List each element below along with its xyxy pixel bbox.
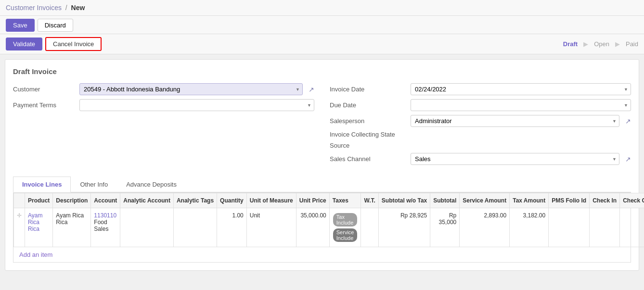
status-arrow-1: ▶ (583, 40, 588, 48)
salesperson-external-link[interactable]: ↗ (625, 117, 631, 125)
tab-other-info[interactable]: Other Info (71, 177, 117, 192)
sales-channel-external-link[interactable]: ↗ (625, 155, 631, 163)
row-analytic-tags[interactable] (173, 208, 217, 247)
invoice-date-label: Invoice Date (330, 86, 407, 93)
row-description[interactable]: Ayam Rica Rica (53, 208, 91, 247)
status-paid: Paid (626, 40, 638, 48)
row-subtotal: Rp 35,000 (430, 208, 460, 247)
th-unit-of-measure: Unit of Measure (246, 193, 296, 208)
top-actions: Save Discard (6, 19, 73, 32)
row-check-in[interactable] (590, 208, 620, 247)
discard-button[interactable]: Discard (38, 19, 73, 32)
payment-terms-label: Payment Terms (13, 101, 76, 109)
th-product: Product (25, 193, 53, 208)
form-title: Draft Invoice (13, 67, 631, 76)
tabs-container: Invoice Lines Other Info Advance Deposit… (13, 177, 631, 263)
th-taxes: Taxes (329, 193, 361, 208)
th-description: Description (53, 193, 91, 208)
breadcrumb-separator: / (65, 4, 67, 12)
form-left: Customer 20549 - Abbott Indonesia Bandun… (13, 83, 314, 169)
status-draft: Draft (563, 40, 578, 48)
sales-channel-label: Sales Channel (330, 155, 407, 163)
due-date-select[interactable] (411, 99, 631, 111)
breadcrumb-parent[interactable]: Customer Invoices (6, 4, 62, 12)
customer-label: Customer (13, 86, 76, 93)
row-check-out[interactable] (620, 208, 644, 247)
source-label: Source (330, 142, 407, 149)
invoice-date-row: Invoice Date 02/24/2022 (330, 83, 631, 95)
row-account-code: 1130110 (94, 212, 117, 219)
row-account-name: Food Sales (94, 219, 117, 232)
th-pms-folio-id: PMS Folio Id (549, 193, 590, 208)
form-right: Invoice Date 02/24/2022 Due Date Salespe… (330, 83, 631, 169)
add-item-link[interactable]: Add an item (13, 247, 58, 262)
th-drag (14, 193, 25, 208)
sales-channel-wrapper: Sales (411, 153, 619, 165)
due-date-wrapper (411, 99, 631, 111)
row-subtotal-wo-tax: Rp 28,925 (378, 208, 430, 247)
tabs: Invoice Lines Other Info Advance Deposit… (13, 177, 631, 192)
row-taxes[interactable]: Tax Include Service Include (329, 208, 361, 247)
th-check-out: Check Out (620, 193, 644, 208)
breadcrumb: Customer Invoices / New (6, 4, 85, 12)
status-arrow-2: ▶ (615, 40, 620, 48)
badge-service-include: Service Include (333, 228, 358, 242)
workflow-actions: Validate Cancel Invoice (6, 37, 102, 51)
payment-terms-row: Payment Terms (13, 99, 314, 111)
due-date-label: Due Date (330, 101, 407, 109)
row-pms-folio-id[interactable] (549, 208, 590, 247)
row-unit-of-measure[interactable]: Unit (246, 208, 296, 247)
customer-select[interactable]: 20549 - Abbott Indonesia Bandung (79, 83, 303, 95)
th-wt: W.T. (361, 193, 378, 208)
status-steps: Draft ▶ Open ▶ Paid (563, 40, 638, 48)
th-unit-price: Unit Price (296, 193, 329, 208)
badge-tax-include: Tax Include (333, 213, 358, 227)
th-tax-amount: Tax Amount (510, 193, 549, 208)
row-analytic-account[interactable] (120, 208, 174, 247)
source-row: Source (330, 142, 631, 149)
th-analytic-tags: Analytic Tags (173, 193, 217, 208)
table-header-row: Product Description Account Analytic Acc… (14, 193, 644, 208)
invoice-lines-table: Product Description Account Analytic Acc… (13, 193, 644, 247)
sales-channel-select[interactable]: Sales (411, 153, 619, 165)
sales-channel-row: Sales Channel Sales ↗ (330, 153, 631, 165)
row-wt[interactable] (361, 208, 378, 247)
salesperson-wrapper: Administrator (411, 115, 619, 127)
payment-terms-wrapper (79, 99, 314, 111)
tab-advance-deposits[interactable]: Advance Deposits (117, 177, 186, 192)
th-service-amount: Service Amount (460, 193, 510, 208)
th-analytic-account: Analytic Account (120, 193, 174, 208)
action-bar-top: Save Discard (0, 16, 644, 34)
invoice-date-wrapper: 02/24/2022 (411, 83, 631, 95)
invoice-date-select[interactable]: 02/24/2022 (411, 83, 631, 95)
cancel-invoice-button[interactable]: Cancel Invoice (45, 37, 102, 51)
customer-row: Customer 20549 - Abbott Indonesia Bandun… (13, 83, 314, 95)
main-content: Draft Invoice Customer 20549 - Abbott In… (5, 59, 639, 271)
status-open: Open (594, 40, 609, 48)
invoice-collecting-state-row: Invoice Collecting State (330, 131, 631, 138)
row-account[interactable]: 1130110 Food Sales (91, 208, 120, 247)
customer-select-wrapper: 20549 - Abbott Indonesia Bandung (79, 83, 303, 95)
validate-button[interactable]: Validate (6, 38, 42, 50)
row-quantity[interactable]: 1.00 (217, 208, 247, 247)
tab-invoice-lines[interactable]: Invoice Lines (13, 177, 71, 192)
th-quantity: Quantity (217, 193, 247, 208)
th-account: Account (91, 193, 120, 208)
payment-terms-select[interactable] (79, 99, 314, 111)
th-subtotal-wo-tax: Subtotal w/o Tax (378, 193, 430, 208)
form-section: Customer 20549 - Abbott Indonesia Bandun… (13, 83, 631, 169)
invoice-collecting-state-label: Invoice Collecting State (330, 131, 407, 138)
row-drag-handle[interactable]: ✛ (14, 208, 25, 247)
salesperson-select[interactable]: Administrator (411, 115, 619, 127)
th-check-in: Check In (590, 193, 620, 208)
th-subtotal: Subtotal (430, 193, 460, 208)
row-unit-price[interactable]: 35,000.00 (296, 208, 329, 247)
action-bar-bottom: Validate Cancel Invoice Draft ▶ Open ▶ P… (0, 34, 644, 54)
row-product[interactable]: Ayam Rica Rica (25, 208, 53, 247)
breadcrumb-bar: Customer Invoices / New (0, 0, 644, 16)
table-row: ✛ Ayam Rica Rica Ayam Rica Rica 1130110 … (14, 208, 644, 247)
save-button[interactable]: Save (6, 19, 35, 32)
breadcrumb-current: New (71, 4, 85, 12)
row-service-amount: 2,893.00 (460, 208, 510, 247)
customer-external-link[interactable]: ↗ (309, 86, 314, 93)
